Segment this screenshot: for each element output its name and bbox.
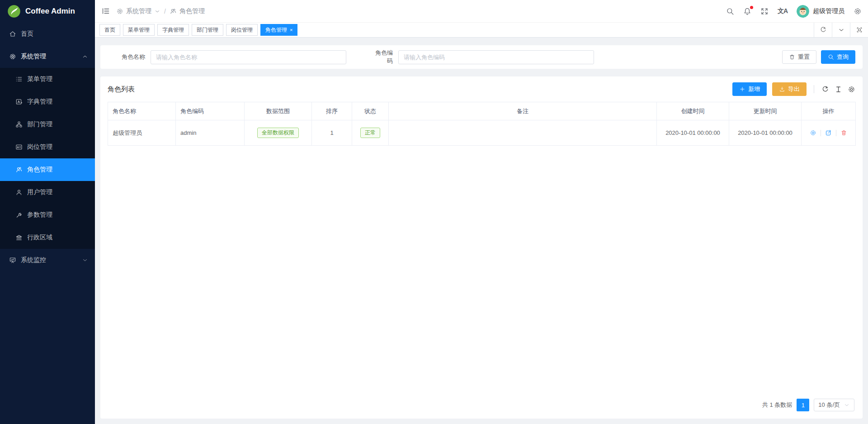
settings-gear-icon[interactable] (854, 7, 862, 15)
op-divider (821, 130, 821, 136)
page-size-select[interactable]: 10 条/页 (814, 399, 854, 411)
chevron-down-icon (844, 402, 850, 408)
table-row: 超级管理员 admin 全部数据权限 1 正常 2020-10-01 00:00… (108, 120, 856, 146)
tab-role-mgmt[interactable]: 角色管理 × (260, 24, 297, 36)
search-icon (828, 54, 834, 60)
op-divider (836, 130, 836, 136)
tab-home[interactable]: 首页 (99, 24, 120, 36)
col-header-operations: 操作 (802, 102, 856, 120)
chevron-down-icon (82, 257, 88, 263)
sidebar-item-system[interactable]: 系统管理 (0, 45, 95, 68)
form-item-role-name: 角色名称 (108, 50, 346, 64)
reset-button[interactable]: 重置 (782, 50, 816, 64)
breadcrumb-level2: 角色管理 (170, 7, 205, 15)
add-button[interactable]: 新增 (732, 82, 767, 96)
cell-status: 正常 (352, 120, 389, 146)
chevron-down-icon (154, 8, 160, 14)
cell-operations (802, 120, 856, 146)
tab-label: 菜单管理 (128, 26, 150, 34)
cell-role-code: admin (176, 120, 245, 146)
chevron-up-icon (82, 54, 88, 59)
reset-button-label: 重置 (798, 53, 810, 61)
sidebar-item-region-mgmt[interactable]: 行政区域 (0, 226, 95, 249)
tab-label: 岗位管理 (231, 26, 253, 34)
tab-close-icon[interactable]: × (290, 28, 292, 33)
col-header-created: 创建时间 (657, 102, 729, 120)
col-header-sort: 排序 (312, 102, 352, 120)
content-maximize-icon[interactable] (850, 23, 868, 37)
card-title: 角色列表 (108, 85, 135, 94)
avatar (797, 5, 809, 18)
tab-refresh-icon[interactable] (814, 23, 832, 37)
export-button[interactable]: 导出 (772, 82, 807, 96)
tab-dropdown-chevron-icon[interactable] (832, 23, 850, 37)
dictionary-icon (15, 98, 23, 105)
username-text: 超级管理员 (813, 7, 844, 15)
search-icon[interactable] (726, 7, 734, 15)
sidebar-item-user-mgmt[interactable]: 用户管理 (0, 181, 95, 204)
tab-label: 字典管理 (162, 26, 184, 34)
sidebar-item-label: 菜单管理 (27, 75, 52, 83)
sidebar-item-dict-mgmt[interactable]: 字典管理 (0, 91, 95, 113)
bank-icon (15, 234, 23, 241)
sidebar-item-param-mgmt[interactable]: 参数管理 (0, 204, 95, 226)
sidebar-item-post-mgmt[interactable]: 岗位管理 (0, 136, 95, 158)
notification-bell-icon[interactable] (743, 7, 751, 15)
leaf-logo-icon (7, 5, 21, 18)
sidebar-item-home[interactable]: 首页 (0, 23, 95, 45)
tabbar-controls (814, 23, 868, 37)
role-code-input[interactable] (398, 50, 594, 64)
role-name-input[interactable] (151, 50, 346, 64)
sidebar-item-label: 系统监控 (21, 256, 46, 264)
tab-dict-mgmt[interactable]: 字典管理 (157, 24, 189, 36)
wrench-icon (15, 211, 23, 219)
cell-data-scope: 全部数据权限 (245, 120, 312, 146)
user-menu[interactable]: 超级管理员 (797, 5, 844, 18)
pagination-page-1[interactable]: 1 (797, 399, 809, 411)
post-badge-icon (15, 143, 23, 151)
search-form-card: 角色名称 角色编码 重置 查询 (100, 45, 863, 69)
user-icon (15, 189, 23, 196)
breadcrumb-level1[interactable]: 系统管理 (116, 7, 160, 15)
column-settings-gear-icon[interactable] (848, 86, 855, 93)
sidebar-submenu-system: 菜单管理 字典管理 部门管理 岗位管理 角色管理 (0, 68, 95, 249)
breadcrumb-separator: / (164, 8, 166, 15)
sidebar-item-menu-mgmt[interactable]: 菜单管理 (0, 68, 95, 91)
tab-dept-mgmt[interactable]: 部门管理 (192, 24, 223, 36)
tab-menu-mgmt[interactable]: 菜单管理 (123, 24, 155, 36)
sidebar-item-monitor[interactable]: 系统监控 (0, 249, 95, 272)
cell-role-name: 超级管理员 (108, 120, 176, 146)
cell-sort: 1 (312, 120, 352, 146)
col-header-status: 状态 (352, 102, 389, 120)
sidebar-item-dept-mgmt[interactable]: 部门管理 (0, 113, 95, 136)
query-button[interactable]: 查询 (821, 50, 855, 64)
sidebar-item-label: 首页 (21, 30, 33, 38)
cell-remark (389, 120, 657, 146)
role-icon (170, 8, 177, 15)
menu-list-icon (15, 76, 23, 83)
row-permission-gear-icon[interactable] (810, 129, 816, 136)
form-item-role-code: 角色编码 (346, 49, 594, 65)
tab-label: 角色管理 (265, 26, 287, 34)
toolbar-divider (814, 85, 814, 93)
role-list-card: 角色列表 新增 导出 (100, 76, 863, 419)
row-delete-trash-icon[interactable] (840, 129, 847, 136)
fullscreen-icon[interactable] (760, 7, 769, 15)
trash-reset-icon (789, 54, 795, 60)
role-icon (15, 166, 23, 173)
card-header: 角色列表 新增 导出 (108, 76, 855, 102)
app-logo: Coffee Admin (0, 0, 95, 23)
row-height-icon[interactable] (835, 86, 842, 93)
app-title: Coffee Admin (25, 7, 75, 16)
col-header-role-name: 角色名称 (108, 102, 176, 120)
table-header-row: 角色名称 角色编码 数据范围 排序 状态 备注 创建时间 更新时间 操作 (108, 102, 856, 120)
row-edit-icon[interactable] (825, 129, 832, 136)
role-name-label: 角色名称 (108, 53, 151, 61)
table-refresh-icon[interactable] (821, 86, 829, 93)
language-translate-icon[interactable]: 文A (778, 7, 788, 15)
tab-label: 部门管理 (197, 26, 218, 34)
tabbar: 首页 菜单管理 字典管理 部门管理 岗位管理 角色管理 × (95, 23, 868, 38)
sidebar-collapse-icon[interactable] (101, 7, 110, 15)
sidebar-item-role-mgmt[interactable]: 角色管理 (0, 158, 95, 181)
tab-post-mgmt[interactable]: 岗位管理 (226, 24, 258, 36)
